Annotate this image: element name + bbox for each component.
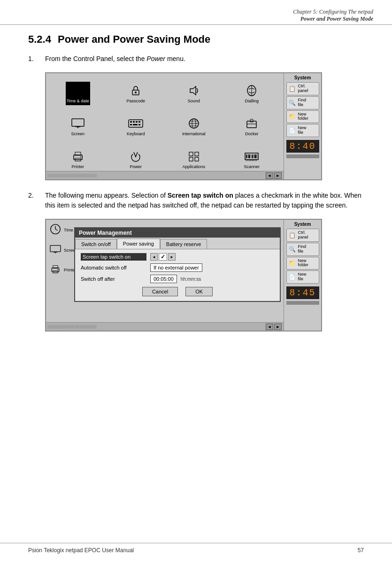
- taskbar-arrows-2: ◄ ►: [266, 324, 282, 330]
- section-line: Power and Power Saving Mode: [19, 15, 373, 23]
- taskbar-left-arrow[interactable]: ◄: [266, 172, 273, 179]
- new-file-btn-2[interactable]: 📄 Newfile: [286, 270, 319, 284]
- cancel-button[interactable]: Cancel: [142, 287, 178, 296]
- switch-after-value[interactable]: 00:05:00: [150, 275, 177, 283]
- cp-item-applications[interactable]: Applications: [181, 147, 206, 171]
- find-file-label: Findfile: [298, 98, 307, 108]
- control-panel-icons: Time & date Passcode: [46, 73, 284, 179]
- svg-rect-11: [129, 120, 143, 127]
- section-title: Power and Power Saving Mode: [58, 33, 210, 45]
- ctrl-panel-btn-2[interactable]: 📋 Ctrl.panel: [286, 229, 319, 242]
- ctrl-panel-btn[interactable]: 📋 Ctrl.panel: [286, 82, 319, 95]
- taskbar-right-arrow-2[interactable]: ►: [274, 324, 282, 330]
- cp-label-scanner: Scanner: [244, 164, 260, 169]
- dialog-row-auto-off: Automatic switch off If no external powe…: [81, 263, 274, 272]
- cp-label-applications: Applications: [182, 164, 205, 169]
- new-folder-btn-2[interactable]: 📁 Newfolder: [286, 257, 319, 270]
- page-footer: Psion Teklogix netpad EPOC User Manual 5…: [0, 543, 392, 554]
- find-file-btn-2[interactable]: 🔍 Findfile: [286, 243, 319, 256]
- ctrl-panel-icon-2: 📋: [289, 232, 296, 239]
- page-header: Chapter 5: Configuring The netpad Power …: [0, 0, 392, 25]
- new-folder-icon: 📁: [289, 113, 296, 120]
- step-1-num: 1.: [28, 54, 39, 64]
- cp-item-international[interactable]: International: [181, 115, 207, 138]
- svg-rect-8: [72, 119, 84, 126]
- svg-rect-32: [195, 152, 199, 156]
- cp-item-keyboard[interactable]: Keyboard: [126, 115, 146, 138]
- screen-tap-arrows: ◄ ✓ ►: [150, 253, 176, 261]
- scanner-icon: 12345678: [243, 149, 260, 163]
- svg-point-30: [80, 156, 81, 157]
- new-file-icon: 📄: [289, 127, 296, 134]
- section-number: 5.2.4: [28, 33, 51, 45]
- svg-rect-14: [136, 121, 138, 123]
- new-file-btn[interactable]: 📄 Newfile: [286, 124, 319, 137]
- cp-item-screen[interactable]: Screen: [69, 115, 87, 138]
- ctrl-panel-icon: 📋: [289, 85, 296, 92]
- taskbar-right-arrow[interactable]: ►: [274, 172, 282, 179]
- tab-power-saving[interactable]: Power saving: [117, 239, 160, 249]
- cp-item-dialling[interactable]: Dialling: [242, 82, 261, 105]
- svg-line-47: [55, 229, 58, 231]
- tab-switch-onoff[interactable]: Switch on/off: [75, 239, 117, 249]
- step-2-text: The following menu appears. Selection of…: [45, 191, 364, 210]
- phone-icon: [243, 84, 260, 98]
- cp-item-time[interactable]: Time & date: [66, 82, 90, 105]
- step-2: 2. The following menu appears. Selection…: [28, 191, 364, 210]
- svg-rect-18: [138, 124, 140, 125]
- svg-rect-13: [133, 121, 135, 123]
- cp-item-sound[interactable]: Sound: [184, 82, 203, 105]
- system-label-2: System: [294, 222, 311, 227]
- svg-marker-5: [190, 86, 196, 95]
- left-arrow-btn[interactable]: ◄: [150, 253, 158, 261]
- ok-button[interactable]: OK: [185, 287, 213, 296]
- cp-item-scanner[interactable]: 12345678 Scanner: [242, 147, 261, 171]
- check-box[interactable]: ✓: [159, 253, 167, 261]
- dialog-buttons: Cancel OK: [81, 287, 274, 296]
- dialog-row-switch-after: Switch off after 00:05:00 hh:mm:ss: [81, 275, 274, 283]
- printer-icon: [69, 149, 86, 163]
- cp2-clock-icon: [49, 224, 62, 237]
- taskbar-left-arrow-2[interactable]: ◄: [266, 324, 273, 330]
- docker-icon: [243, 116, 260, 131]
- tab-battery-reserve[interactable]: Battery reserve: [160, 239, 208, 249]
- new-file-icon-2: 📄: [289, 274, 296, 280]
- footer-right: 57: [358, 547, 364, 554]
- taskbar-dots-1: ||||||||||||||||||||||||||||||||||||||||: [48, 173, 266, 177]
- dialog-body: Screen tap switch on ◄ ✓ ► Automatic swi…: [75, 249, 280, 301]
- cp-item-printer[interactable]: Printer: [69, 147, 87, 171]
- find-file-icon: 🔍: [289, 100, 296, 106]
- cp-label-power: Power: [130, 164, 142, 169]
- apps-icon: [185, 149, 202, 163]
- footer-left: Psion Teklogix netpad EPOC User Manual: [28, 547, 134, 554]
- svg-rect-48: [50, 246, 61, 252]
- svg-rect-31: [189, 152, 193, 156]
- cp-label-docker: Docker: [245, 131, 259, 136]
- netpad-screenshot-2: Time & da Screen: [45, 219, 322, 332]
- cp-item-power[interactable]: Power: [126, 147, 145, 171]
- cp-item-passcode[interactable]: Passcode: [125, 82, 146, 105]
- lock-icon: [127, 84, 144, 98]
- system-clock-2: 8:45: [286, 286, 319, 299]
- svg-rect-17: [133, 124, 138, 125]
- new-folder-icon-2: 📁: [289, 260, 296, 266]
- cp-item-docker[interactable]: Docker: [242, 115, 261, 138]
- step-1-text: From the Control Panel, select the Power…: [45, 54, 185, 64]
- new-file-label: Newfile: [298, 126, 307, 135]
- cp-label-time: Time & date: [67, 99, 89, 103]
- cp-label-screen: Screen: [71, 131, 85, 136]
- taskbar-dots-2: ||||||||||||||||||||||||||||||||||||||||: [48, 324, 266, 329]
- cp-label-passcode: Passcode: [126, 99, 145, 103]
- svg-rect-16: [130, 124, 132, 125]
- ctrl-panel-label-2: Ctrl.panel: [298, 231, 308, 240]
- power-icon: [127, 149, 144, 163]
- new-folder-btn[interactable]: 📁 Newfolder: [286, 110, 319, 123]
- screen-icon: [69, 116, 86, 131]
- auto-off-value[interactable]: If no external power: [150, 263, 202, 272]
- auto-off-label: Automatic switch off: [81, 265, 146, 270]
- globe-icon: [185, 116, 202, 131]
- find-file-btn[interactable]: 🔍 Findfile: [286, 96, 319, 109]
- cp-label-keyboard: Keyboard: [127, 131, 145, 136]
- svg-rect-26: [250, 119, 253, 122]
- right-arrow-btn[interactable]: ►: [168, 253, 176, 261]
